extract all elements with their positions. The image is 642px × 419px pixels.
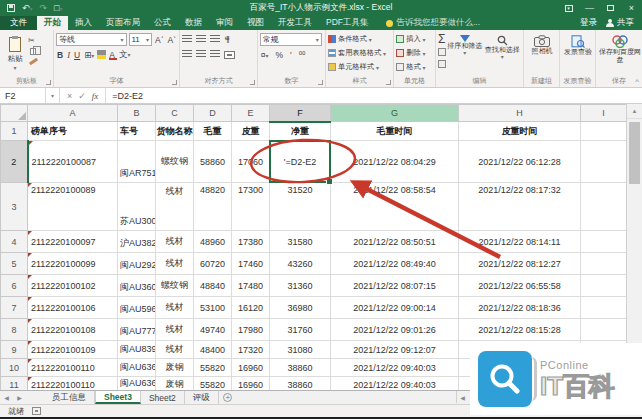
cell-G4[interactable]: 2021/12/22 08:50:51 <box>331 231 459 253</box>
ribbon-tab-数据[interactable]: 数据 <box>178 16 209 30</box>
cell-I1[interactable] <box>581 122 627 141</box>
enter-entry-icon[interactable]: ✓ <box>78 91 86 101</box>
cell-A10[interactable]: 2112220100110 <box>28 359 118 377</box>
cell-E3[interactable]: 17300 <box>232 183 270 231</box>
undo-icon[interactable]: ↶▾ <box>22 3 33 13</box>
align-left-icon[interactable] <box>182 50 192 59</box>
align-middle-icon[interactable] <box>196 35 206 44</box>
cell-G5[interactable]: 2021/12/22 08:49:40 <box>331 253 459 275</box>
fill-color-icon[interactable] <box>97 50 106 59</box>
cell-D3[interactable]: 48820 <box>194 183 232 231</box>
row-header-5[interactable]: 5 <box>1 253 28 275</box>
cell-G9[interactable]: 2021/12/22 09:12:07 <box>331 341 459 359</box>
paste-button[interactable]: 粘贴▾ <box>2 32 28 76</box>
italic-icon[interactable]: I <box>66 50 71 60</box>
align-center-icon[interactable] <box>196 50 206 59</box>
cell-A1[interactable]: 磅单序号 <box>28 122 118 141</box>
cell-B6[interactable]: 闽AU360 <box>118 275 156 297</box>
row-header-3[interactable]: 3 <box>1 183 28 231</box>
cell-A9[interactable]: 2112220100109 <box>28 341 118 359</box>
cell-C8[interactable]: 线材 <box>156 319 194 341</box>
file-tab[interactable]: 文件 <box>0 16 37 30</box>
styles-dialog-launcher[interactable] <box>386 80 391 85</box>
close-button[interactable]: × <box>621 0 642 16</box>
cell-I6[interactable] <box>581 275 627 297</box>
cell-C4[interactable]: 线材 <box>156 231 194 253</box>
restore-button[interactable] <box>600 0 621 16</box>
bold-icon[interactable]: B <box>56 50 64 60</box>
ribbon-tab-页面布局[interactable]: 页面布局 <box>99 16 147 30</box>
save-to-netdisk-button[interactable]: 保存到百度网盘 <box>598 32 642 64</box>
format-as-table-button[interactable]: 套用表格格式▾ <box>328 46 391 60</box>
cell-G10[interactable]: 2021/12/22 09:40:03 <box>331 359 459 377</box>
cell-H6[interactable]: 2021/12/22 06:55:58 <box>459 275 581 297</box>
accounting-format-icon[interactable]: ¤▾ <box>260 50 270 60</box>
cell-E2[interactable]: 17060 <box>232 141 270 183</box>
cell-G3[interactable]: 2021/12/22 08:58:54 <box>331 183 459 231</box>
cell-D6[interactable]: 48840 <box>194 275 232 297</box>
row-header-8[interactable]: 8 <box>1 319 28 341</box>
add-sheet-button[interactable]: + <box>219 391 237 404</box>
font-dialog-launcher[interactable] <box>172 80 177 85</box>
cell-E6[interactable]: 17480 <box>232 275 270 297</box>
autosum-icon[interactable]: Σ <box>438 34 446 44</box>
cell-C6[interactable]: 螺纹钢 <box>156 275 194 297</box>
align-right-icon[interactable] <box>210 50 220 59</box>
row-header-4[interactable]: 4 <box>1 231 28 253</box>
column-header-G[interactable]: G <box>331 105 459 122</box>
tell-me-box[interactable]: 告诉我您想要做什么... <box>386 16 481 30</box>
cell-G2[interactable]: 2021/12/22 08:04:29 <box>331 141 459 183</box>
cell-F1[interactable]: 净重 <box>270 122 331 141</box>
find-select-button[interactable]: 查找和选择▾ <box>484 32 522 76</box>
sheet-tab-Sheet2[interactable]: Sheet2 <box>141 391 185 404</box>
font-size-select[interactable]: 11▾ <box>129 33 153 46</box>
merge-center-icon[interactable] <box>224 51 235 59</box>
fill-icon[interactable] <box>438 48 446 56</box>
borders-icon[interactable]: ⊞▾ <box>83 50 95 60</box>
number-format-select[interactable]: 常规▾ <box>260 33 322 46</box>
conditional-formatting-button[interactable]: 条件格式▾ <box>328 32 391 46</box>
name-box-dropdown-icon[interactable]: ▾ <box>46 88 60 103</box>
cell-I2[interactable] <box>581 141 627 183</box>
sign-in-button[interactable]: 登录 <box>580 17 597 29</box>
cell-A8[interactable]: 2112220100108 <box>28 319 118 341</box>
save-icon[interactable] <box>7 4 15 12</box>
cell-F4[interactable]: 31580 <box>270 231 331 253</box>
column-header-A[interactable]: A <box>28 105 118 122</box>
sheet-nav-right-icon[interactable]: ▶ <box>13 391 26 404</box>
cell-D4[interactable]: 48960 <box>194 231 232 253</box>
cell-C7[interactable]: 线材 <box>156 297 194 319</box>
cell-E7[interactable]: 16120 <box>232 297 270 319</box>
delete-cells-button[interactable]: 删除▾ <box>396 46 433 60</box>
cell-B9[interactable]: 闽AU839 <box>118 341 156 359</box>
cell-E4[interactable]: 17380 <box>232 231 270 253</box>
share-button[interactable]: 共享 <box>606 17 634 29</box>
cell-F6[interactable]: 31360 <box>270 275 331 297</box>
number-dialog-launcher[interactable] <box>318 80 323 85</box>
minimize-button[interactable]: — <box>579 0 600 16</box>
cell-E1[interactable]: 皮重 <box>232 122 270 141</box>
cell-I3[interactable] <box>581 183 627 231</box>
cell-B2[interactable]: 闽AR751 <box>118 141 156 183</box>
cut-icon[interactable]: ✂ <box>28 36 38 45</box>
cell-A4[interactable]: 2112220100097 <box>28 231 118 253</box>
cell-H2[interactable]: 2021/12/22 06:12:28 <box>459 141 581 183</box>
column-header-B[interactable]: B <box>118 105 156 122</box>
cell-B1[interactable]: 车号 <box>118 122 156 141</box>
cell-A2[interactable]: 2112220100087 <box>28 141 118 183</box>
font-name-select[interactable]: 等线▾ <box>56 33 126 46</box>
cell-G7[interactable]: 2021/12/22 09:00:14 <box>331 297 459 319</box>
cell-E9[interactable]: 17320 <box>232 341 270 359</box>
format-painter-icon[interactable] <box>29 58 38 66</box>
ribbon-tab-插入[interactable]: 插入 <box>68 16 99 30</box>
cell-C3[interactable]: 线材 <box>156 183 194 231</box>
cell-F7[interactable]: 36980 <box>270 297 331 319</box>
cell-C10[interactable]: 废钢 <box>156 359 194 377</box>
insert-function-icon[interactable]: fx <box>92 91 99 101</box>
comma-icon[interactable]: ′ <box>289 50 293 60</box>
invoice-check-button[interactable]: 发票查验 <box>562 32 594 56</box>
cell-I5[interactable] <box>581 253 627 275</box>
cell-C1[interactable]: 货物名称 <box>156 122 194 141</box>
cell-B7[interactable]: 闽AU596 <box>118 297 156 319</box>
align-bottom-icon[interactable] <box>210 35 220 44</box>
